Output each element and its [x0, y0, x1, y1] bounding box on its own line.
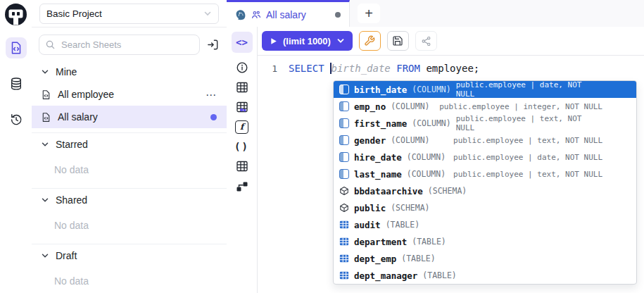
autocomplete-item[interactable]: dept_manager (TABLE) [334, 267, 636, 284]
section-label: Shared [56, 194, 87, 206]
search-sheets-input[interactable] [60, 39, 194, 51]
collapse-sidebar-icon[interactable] [206, 38, 220, 51]
function-tool-button[interactable]: f [232, 117, 253, 137]
table-grid-icon [236, 81, 248, 94]
table-tool-button[interactable] [232, 77, 253, 97]
tab-strip: All salary + [227, 0, 644, 27]
table-ai-icon [236, 101, 248, 113]
save-icon [392, 35, 403, 46]
autocomplete-item[interactable]: bbdataarchive (SCHEMA) [334, 182, 636, 199]
section-starred: Starred No data [32, 133, 227, 189]
run-query-button[interactable]: (limit 1000) [262, 31, 353, 51]
data-nav-button[interactable] [6, 73, 27, 94]
project-row: Basic Project [32, 0, 227, 27]
chevron-down-icon [41, 196, 49, 204]
query-editor-tool-button[interactable]: <> [232, 32, 253, 53]
search-row [32, 27, 227, 59]
app-logo-icon[interactable] [3, 2, 29, 28]
share-button[interactable] [415, 31, 437, 51]
parentheses-icon: () [234, 141, 249, 152]
autocomplete-item[interactable]: emp_no (COLUMN) public.employee | intege… [334, 98, 636, 115]
schema-cube-icon [339, 186, 349, 196]
schema-flow-tool-button[interactable] [232, 176, 253, 196]
chevron-down-icon[interactable] [336, 37, 345, 45]
column-icon [339, 101, 349, 111]
code-sheet-icon [9, 41, 23, 55]
sheets-sidebar: Basic Project M [32, 0, 227, 293]
autocomplete-item[interactable]: public (SCHEMA) [334, 199, 636, 216]
line-number: 1 [258, 63, 277, 74]
results-table-tool-button[interactable] [232, 156, 253, 176]
empty-placeholder: No data [32, 156, 227, 184]
sheets-tree: Mine All employee ⋯ All salary [32, 59, 227, 293]
sql-keyword-select: SELECT [289, 63, 330, 74]
share-icon [421, 36, 431, 46]
column-icon [339, 152, 349, 162]
info-tool-button[interactable] [232, 58, 253, 77]
section-header-starred[interactable]: Starred [32, 133, 227, 156]
schema-cube-icon [339, 203, 349, 213]
postgresql-icon [235, 9, 246, 20]
autocomplete-item[interactable]: dept_emp (TABLE) [334, 250, 636, 267]
autocomplete-item[interactable]: audit (TABLE) [334, 216, 636, 233]
column-icon [339, 118, 349, 128]
sheet-item-label: All salary [58, 111, 98, 123]
sheets-nav-button[interactable] [6, 37, 27, 58]
table-icon [339, 270, 349, 280]
left-rail [0, 0, 32, 293]
ghost-suggestion: birth_date [332, 63, 391, 74]
sheet-item-all-salary[interactable]: All salary [32, 106, 227, 128]
active-sheet-dot [210, 114, 217, 120]
code-line-1: 1SELECT birth_date FROM employee; [258, 56, 644, 74]
search-icon [45, 39, 56, 50]
ai-table-tool-button[interactable] [232, 97, 253, 117]
section-draft: Draft No data [32, 244, 227, 293]
unsaved-indicator-dot [335, 12, 341, 18]
sheet-icon [41, 112, 51, 123]
table-icon [339, 237, 349, 247]
section-shared: Shared No data [32, 189, 227, 244]
column-icon [339, 85, 349, 94]
more-menu-icon[interactable]: ⋯ [206, 89, 217, 100]
section-header-shared[interactable]: Shared [32, 189, 227, 211]
wrench-icon [364, 35, 375, 46]
sheet-icon [41, 89, 51, 100]
chevron-down-icon [41, 251, 49, 260]
sheet-item-all-employee[interactable]: All employee ⋯ [32, 83, 227, 106]
autocomplete-item[interactable]: first_name (COLUMN) public.employee | te… [334, 115, 636, 132]
sql-table-ref: employee; [426, 63, 479, 74]
editor-toolbar: (limit 1000) [258, 27, 644, 56]
search-box[interactable] [39, 35, 200, 55]
project-selector[interactable]: Basic Project [39, 4, 219, 24]
query-settings-button[interactable] [359, 31, 381, 51]
autocomplete-item[interactable]: birth_date (COLUMN) public.employee | da… [334, 81, 636, 98]
autocomplete-item[interactable]: gender (COLUMN) public.employee | text, … [334, 132, 636, 149]
section-label: Mine [56, 66, 77, 77]
section-mine: Mine All employee ⋯ All salary [32, 61, 227, 133]
tab-all-salary[interactable]: All salary [227, 0, 350, 27]
section-header-mine[interactable]: Mine [32, 61, 227, 83]
table-icon [339, 220, 349, 230]
autocomplete-item[interactable]: department (TABLE) [334, 233, 636, 250]
section-header-draft[interactable]: Draft [32, 244, 227, 267]
chevron-down-icon [203, 9, 212, 18]
flow-diagram-icon [236, 180, 248, 192]
section-label: Draft [56, 250, 77, 261]
shared-users-icon [251, 10, 261, 20]
autocomplete-item[interactable]: hire_date (COLUMN) public.employee | dat… [334, 149, 636, 166]
autocomplete-item[interactable]: last_name (COLUMN) public.employee | tex… [334, 166, 636, 182]
section-label: Starred [56, 139, 88, 150]
save-button[interactable] [387, 31, 409, 51]
new-tab-button[interactable]: + [358, 4, 380, 23]
history-nav-button[interactable] [6, 109, 27, 130]
function-icon: f [235, 120, 248, 134]
play-icon [270, 37, 277, 45]
sheet-item-label: All employee [58, 89, 114, 100]
parameters-tool-button[interactable]: () [232, 137, 253, 156]
project-selector-value: Basic Project [46, 8, 203, 19]
chevron-down-icon [41, 140, 49, 149]
table-icon [339, 254, 349, 263]
table-grid-icon [236, 160, 248, 173]
autocomplete-popup: birth_date (COLUMN) public.employee | da… [333, 80, 637, 285]
tool-rail: <> f () [227, 27, 258, 293]
